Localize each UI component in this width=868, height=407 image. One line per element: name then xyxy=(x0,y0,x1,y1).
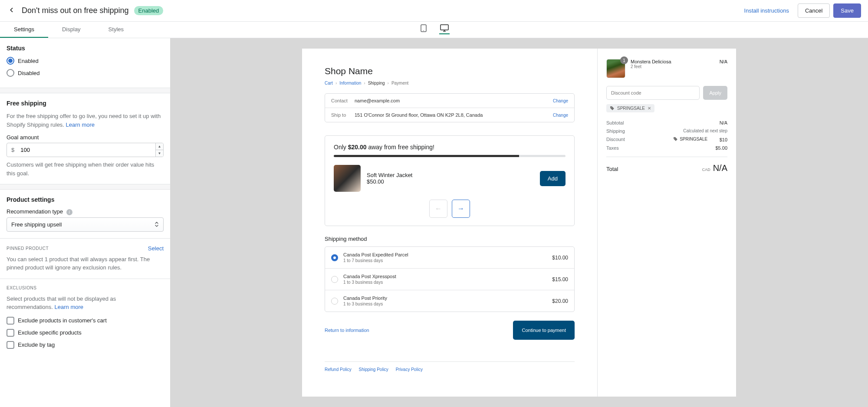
free-shipping-description: For the free shipping offer to go live, … xyxy=(7,112,164,129)
top-bar: Don't miss out on free shipping Enabled … xyxy=(0,0,868,22)
recommendation-type-label: Recommendation type i xyxy=(7,208,164,215)
cart-item-image: 1 xyxy=(606,59,625,78)
status-enabled-radio[interactable]: Enabled xyxy=(7,57,164,65)
privacy-policy-link[interactable]: Privacy Policy xyxy=(396,367,423,372)
radio-icon xyxy=(7,69,14,77)
cart-item: 1 Monstera Deliciosa 2 feet N/A xyxy=(606,59,727,78)
back-arrow-icon[interactable] xyxy=(7,4,16,17)
learn-more-link[interactable]: Learn more xyxy=(66,121,95,128)
contact-change-link[interactable]: Change xyxy=(553,98,568,103)
continue-button[interactable]: Continue to payment xyxy=(513,321,575,340)
breadcrumb-cart[interactable]: Cart xyxy=(325,81,333,85)
contact-label: Contact xyxy=(331,98,355,103)
radio-icon xyxy=(331,276,338,283)
upsell-title: Only $20.00 away from free shipping! xyxy=(334,144,566,151)
product-image xyxy=(334,165,361,192)
radio-icon xyxy=(7,57,14,65)
ship-to-change-link[interactable]: Change xyxy=(553,113,568,118)
tabs-bar: Settings Display Styles xyxy=(0,22,868,38)
breadcrumb-shipping: Shipping xyxy=(368,81,385,85)
checkout-footer: Refund Policy Shipping Policy Privacy Po… xyxy=(325,361,575,372)
product-settings-title: Product settings xyxy=(7,196,164,203)
install-instructions-link[interactable]: Install instructions xyxy=(744,7,789,14)
apply-discount-button[interactable]: Apply xyxy=(703,86,727,100)
goal-amount-input-group: $ ▲ ▼ xyxy=(7,143,164,157)
select-chevrons-icon xyxy=(155,221,159,227)
breadcrumb: Cart›Information›Shipping›Payment xyxy=(325,81,575,85)
breadcrumb-payment: Payment xyxy=(391,81,408,85)
pinned-description: You can select 1 product that will alway… xyxy=(7,255,164,272)
tab-display[interactable]: Display xyxy=(48,22,95,38)
return-link[interactable]: Return to information xyxy=(325,328,369,333)
cart-quantity-badge: 1 xyxy=(620,56,628,64)
checkout-preview: Shop Name Cart›Information›Shipping›Paym… xyxy=(302,49,736,397)
checkbox-icon xyxy=(7,329,14,337)
upsell-card: Only $20.00 away from free shipping! Sof… xyxy=(325,135,575,226)
preview-area: Shop Name Cart›Information›Shipping›Paym… xyxy=(170,38,868,407)
shop-name: Shop Name xyxy=(325,66,575,76)
status-title: Status xyxy=(7,45,164,52)
product-info: Soft Winter Jacket $50.00 xyxy=(367,172,534,185)
spinner-up-icon[interactable]: ▲ xyxy=(156,143,163,150)
tag-icon xyxy=(610,106,615,111)
exclude-cart-checkbox[interactable]: Exclude products in customer's cart xyxy=(7,317,164,325)
settings-sidebar: Status Enabled Disabled Free shipping Fo… xyxy=(0,38,170,407)
ship-to-label: Ship to xyxy=(331,112,355,118)
currency-prefix: $ xyxy=(7,143,19,157)
spinner-down-icon[interactable]: ▼ xyxy=(156,150,163,157)
exclusions-description: Select products that will not be display… xyxy=(7,295,164,312)
tag-icon xyxy=(673,137,678,141)
shipping-method-title: Shipping method xyxy=(325,236,575,242)
exclude-specific-checkbox[interactable]: Exclude specific products xyxy=(7,329,164,337)
checkbox-icon xyxy=(7,341,14,349)
add-product-button[interactable]: Add xyxy=(540,171,566,186)
grand-total: Total CADN/A xyxy=(606,163,727,173)
free-shipping-title: Free shipping xyxy=(7,100,164,107)
exclusions-header: EXCLUSIONS xyxy=(7,286,164,290)
radio-icon xyxy=(331,298,338,305)
save-button[interactable]: Save xyxy=(833,3,861,18)
refund-policy-link[interactable]: Refund Policy xyxy=(325,367,352,372)
shipping-option[interactable]: Canada Post Expedited Parcel1 to 7 busin… xyxy=(325,247,574,268)
tab-settings[interactable]: Settings xyxy=(0,22,48,38)
svg-point-1 xyxy=(423,30,424,31)
tab-styles[interactable]: Styles xyxy=(95,22,138,38)
desktop-preview-icon[interactable] xyxy=(439,26,450,34)
shipping-policy-link[interactable]: Shipping Policy xyxy=(358,367,388,372)
breadcrumb-information[interactable]: Information xyxy=(339,81,361,85)
cancel-button[interactable]: Cancel xyxy=(798,3,830,18)
radio-icon xyxy=(331,254,338,261)
prev-arrow-button[interactable]: ← xyxy=(429,200,447,218)
remove-tag-icon[interactable]: ✕ xyxy=(648,106,651,111)
discount-code-input[interactable] xyxy=(606,86,700,100)
status-badge: Enabled xyxy=(134,6,164,15)
contact-value: name@example.com xyxy=(355,98,553,103)
status-disabled-radio[interactable]: Disabled xyxy=(7,69,164,77)
progress-bar xyxy=(334,155,566,157)
ship-to-value: 151 O'Connor St Ground floor, Ottawa ON … xyxy=(355,112,553,118)
discount-tag: SPRINGSALE ✕ xyxy=(606,104,654,112)
discount-code-inline: SPRINGSALE xyxy=(673,137,707,141)
checkbox-icon xyxy=(7,317,14,325)
goal-amount-label: Goal amount xyxy=(7,134,164,141)
shipping-options: Canada Post Expedited Parcel1 to 7 busin… xyxy=(325,246,575,312)
mobile-preview-icon[interactable] xyxy=(418,26,429,34)
goal-amount-input[interactable] xyxy=(19,143,155,157)
pinned-product-header: PINNED PRODUCT xyxy=(7,246,49,251)
contact-shipping-box: Contact name@example.com Change Ship to … xyxy=(325,93,575,122)
recommendation-type-select[interactable]: Free shipping upsell xyxy=(7,217,164,232)
learn-more-link[interactable]: Learn more xyxy=(55,304,83,310)
pinned-select-link[interactable]: Select xyxy=(148,245,164,252)
shipping-option[interactable]: Canada Post Priority1 to 3 business days… xyxy=(325,290,574,312)
goal-help-text: Customers will get free shipping when th… xyxy=(7,161,164,177)
next-arrow-button[interactable]: → xyxy=(452,200,470,218)
shipping-option[interactable]: Canada Post Xpresspost1 to 3 business da… xyxy=(325,268,574,290)
svg-rect-2 xyxy=(441,25,448,30)
page-title: Don't miss out on free shipping xyxy=(22,6,129,15)
exclude-tag-checkbox[interactable]: Exclude by tag xyxy=(7,341,164,349)
info-icon[interactable]: i xyxy=(66,209,72,215)
